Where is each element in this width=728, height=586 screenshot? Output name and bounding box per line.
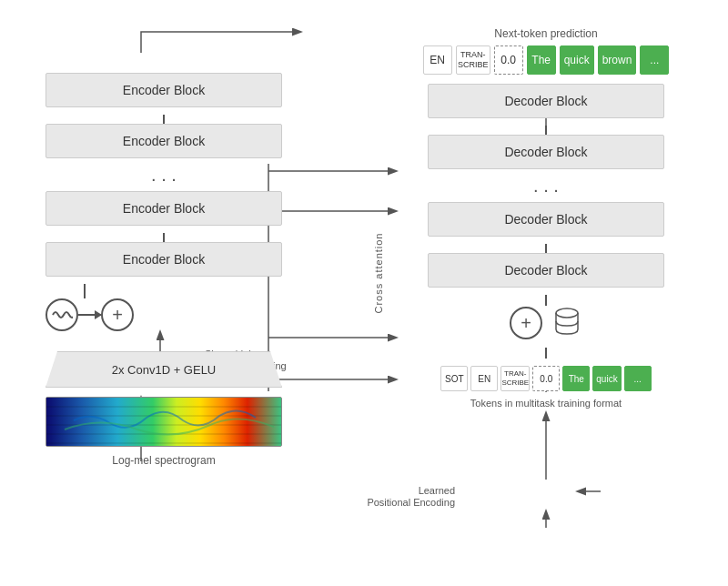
- next-token-label: Next-token prediction: [494, 27, 597, 40]
- plus-circle-encoder: +: [101, 298, 134, 331]
- decoder-block-2: Decoder Block: [428, 135, 664, 169]
- in-token-en: EN: [470, 366, 498, 391]
- out-token-transcribe: TRAN-SCRIBE: [456, 45, 490, 75]
- svg-rect-19: [46, 398, 282, 447]
- decoder-block-4: Decoder Block: [428, 253, 664, 288]
- in-token-the: The: [562, 366, 590, 391]
- cross-attention-area: [309, 18, 382, 559]
- input-token-row: SOT EN TRAN-SCRIBE 0.0 The quick ...: [440, 366, 651, 391]
- in-token-quick: quick: [592, 366, 621, 391]
- encoder-block-1: Encoder Block: [46, 73, 282, 107]
- decoder-block-3: Decoder Block: [428, 202, 664, 237]
- decoder-side: Next-token prediction EN TRAN-SCRIBE 0.0…: [382, 18, 710, 559]
- out-token-quick: quick: [560, 45, 594, 75]
- spectrogram: [46, 397, 282, 447]
- decoder-block-1: Decoder Block: [428, 84, 664, 118]
- in-token-transcribe: TRAN-SCRIBE: [500, 366, 530, 391]
- conv-block: 2x Conv1D + GELU: [46, 351, 282, 388]
- encoder-dots-1: · · ·: [151, 169, 177, 187]
- out-token-en: EN: [423, 45, 452, 75]
- in-token-00: 0.0: [532, 366, 560, 391]
- wave-circle: [46, 298, 78, 331]
- in-token-sot: SOT: [440, 366, 468, 391]
- svg-point-25: [556, 308, 578, 318]
- spectrogram-label: Log-mel spectrogram: [112, 454, 215, 467]
- out-token-dots: ...: [640, 45, 669, 75]
- decoder-dots: · · ·: [533, 180, 559, 198]
- output-token-row: EN TRAN-SCRIBE 0.0 The quick brown ...: [423, 45, 670, 75]
- encoder-side: Encoder Block Encoder Block · · · Encode…: [18, 18, 309, 559]
- diagram-container: Cross attention Sinusoidal Positional En…: [0, 0, 728, 586]
- database-icon: [551, 306, 582, 340]
- multitask-label: Tokens in multitask training format: [470, 398, 622, 409]
- encoder-block-3: Encoder Block: [46, 191, 282, 226]
- encoder-block-4: Encoder Block: [46, 242, 282, 277]
- out-token-00: 0.0: [494, 45, 523, 75]
- decoder-blocks-area: Decoder Block Decoder Block · · · Decode…: [419, 84, 673, 409]
- out-token-the: The: [527, 45, 556, 75]
- plus-circle-decoder: +: [510, 307, 542, 339]
- encoder-block-2: Encoder Block: [46, 124, 282, 158]
- in-token-dots: ...: [624, 366, 652, 391]
- out-token-brown: brown: [598, 45, 637, 75]
